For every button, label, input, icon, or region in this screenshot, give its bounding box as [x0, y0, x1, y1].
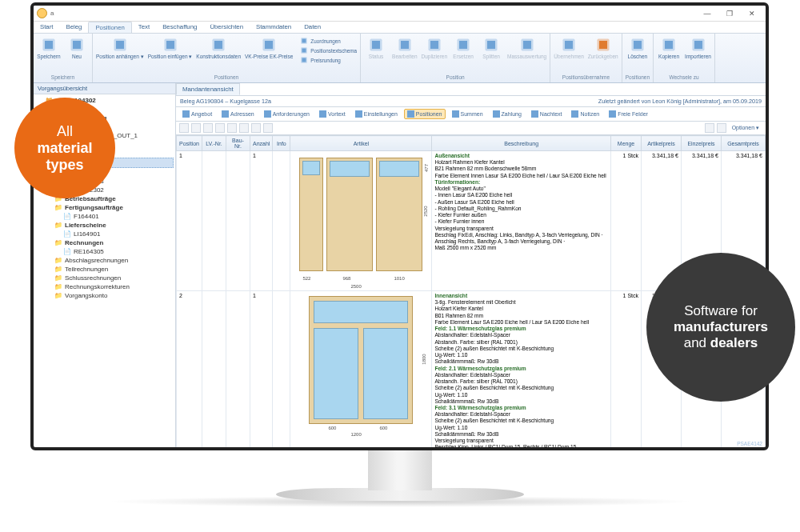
col-header[interactable]: Info — [273, 136, 290, 151]
ribbon-vk-preise[interactable]: VK-Preise EK-Preise — [245, 37, 293, 59]
section-anforderungen[interactable]: Anforderungen — [261, 109, 313, 119]
svg-rect-27 — [487, 41, 495, 49]
ribbon-kopieren[interactable]: Kopieren — [657, 37, 681, 59]
ribbon-group-label: Position — [446, 74, 465, 81]
tree-item[interactable]: RE164305 — [63, 247, 174, 256]
ribbon-ubernehmen[interactable]: Übernehmen — [554, 37, 584, 59]
tree-item[interactable]: Schlussrechnungen — [54, 274, 174, 282]
section-notizen[interactable]: Notizen — [568, 109, 602, 119]
menu-tab-daten[interactable]: Daten — [298, 22, 327, 33]
gear-icon — [355, 110, 362, 118]
col-header[interactable]: Anzahl — [250, 136, 273, 151]
svg-rect-40 — [182, 110, 190, 118]
col-header[interactable]: Artikelpreis — [642, 136, 682, 151]
menu-tab-beleg[interactable]: Beleg — [59, 22, 88, 33]
svg-rect-19 — [372, 41, 380, 49]
ribbon-massaus[interactable]: Massauswertung — [507, 37, 546, 59]
svg-rect-21 — [401, 41, 409, 49]
col-header[interactable]: Artikel — [290, 136, 432, 151]
section-einstellungen[interactable]: Einstellungen — [352, 109, 401, 119]
pos-einfugen-icon — [162, 37, 178, 53]
tree-item[interactable]: Rechnungen — [54, 238, 174, 247]
loeschen-icon — [630, 37, 646, 53]
col-header[interactable]: Beschreibung — [432, 136, 611, 151]
tree-item[interactable]: Teilrechnungen — [54, 265, 174, 274]
menu-tab-start[interactable]: Start — [34, 22, 59, 33]
ribbon-posschema[interactable]: Positionstextschema — [300, 46, 357, 55]
svg-rect-39 — [694, 41, 702, 49]
speichern-icon — [41, 37, 57, 53]
section-freie-felder[interactable]: Freie Felder — [606, 109, 651, 119]
mini-btn[interactable] — [203, 123, 213, 133]
callout-material-types: All material types — [14, 98, 115, 198]
tree-item[interactable]: Rechnungskorrekturen — [54, 282, 174, 291]
konstruktion-icon — [210, 37, 226, 53]
ribbon-zuruckgeben[interactable]: Zurückgeben — [588, 37, 618, 59]
ribbon-pos-anhangen[interactable]: Position anhängen ▾ — [96, 37, 144, 60]
ribbon-speichern[interactable]: Speichern — [37, 37, 61, 59]
col-header[interactable]: LV.-Nr. — [202, 136, 226, 151]
doc-lastchanged: Zuletzt geändert von Leon König [Adminis… — [598, 98, 762, 105]
col-header[interactable]: Position — [177, 136, 202, 151]
menu-tab-stammdaten[interactable]: Stammdaten — [250, 22, 298, 33]
section-adressen[interactable]: Adressen — [218, 109, 258, 119]
menu-tab-beschaffung[interactable]: Beschaffung — [156, 22, 203, 33]
section-summen[interactable]: Summen — [449, 109, 486, 119]
svg-rect-23 — [430, 41, 438, 49]
ribbon-zuordnungen[interactable]: Zuordnungen — [300, 37, 357, 46]
tree-item[interactable]: Lieferscheine — [54, 221, 174, 230]
svg-rect-9 — [214, 41, 222, 49]
mini-btn[interactable] — [239, 123, 249, 133]
grid-icon — [407, 110, 414, 118]
importieren-icon — [690, 37, 706, 53]
tree-item[interactable]: LI164901 — [63, 230, 174, 238]
mini-btn[interactable] — [263, 123, 273, 133]
ribbon-neu[interactable]: Neu — [65, 37, 89, 59]
tree-item[interactable]: Abschlagsrechnungen — [54, 256, 174, 265]
section-zahlung[interactable]: Zahlung — [490, 109, 525, 119]
col-header[interactable]: Einzelpreis — [682, 136, 722, 151]
col-header[interactable]: Bau-Nr. — [226, 136, 250, 151]
section-vortext[interactable]: Vortext — [316, 109, 349, 119]
ribbon-loeschen[interactable]: Löschen — [626, 37, 650, 59]
section-positionen[interactable]: Positionen — [404, 109, 446, 119]
ribbon-duplizieren[interactable]: Duplizieren — [422, 37, 448, 59]
ribbon-group-label: Speichern — [51, 74, 74, 81]
mini-btn[interactable] — [705, 123, 714, 133]
mini-btn[interactable] — [191, 123, 201, 133]
svg-rect-46 — [452, 110, 459, 118]
mini-btn[interactable] — [251, 123, 261, 133]
mini-btn[interactable] — [215, 123, 225, 133]
tree-item[interactable]: Vorgangskonto — [54, 291, 174, 300]
ribbon-ersetzen[interactable]: Ersetzen — [451, 37, 475, 59]
tree-item[interactable]: F164401 — [63, 212, 174, 221]
pos-anhangen-icon — [112, 37, 128, 53]
window-maximize[interactable]: ❐ — [719, 7, 740, 20]
mini-btn[interactable] — [717, 123, 726, 133]
ribbon-importieren[interactable]: Importieren — [685, 37, 711, 59]
mini-btn[interactable] — [227, 123, 237, 133]
window-minimize[interactable]: — — [697, 7, 718, 20]
menu-tab-positionen[interactable]: Positionen — [88, 22, 131, 33]
ribbon-pos-einfugen[interactable]: Position einfügen ▾ — [148, 37, 193, 60]
options-button[interactable]: Optionen ▾ — [729, 125, 762, 131]
col-header[interactable]: Menge — [611, 136, 642, 151]
window-close[interactable]: ✕ — [742, 7, 762, 20]
menu-tab-text[interactable]: Text — [132, 22, 156, 33]
mini-btn[interactable] — [179, 123, 189, 133]
ribbon-status[interactable]: Status — [364, 37, 388, 59]
app-title: a — [50, 10, 697, 17]
ribbon-splitten[interactable]: Splitten — [479, 37, 503, 59]
vk-preise-icon — [261, 37, 277, 53]
menu-tab-übersichten[interactable]: Übersichten — [203, 22, 250, 33]
ribbon: SpeichernNeuSpeichernPosition anhängen ▾… — [34, 34, 766, 83]
section-nachtext[interactable]: Nachtext — [528, 109, 566, 119]
ribbon-bearbeiten[interactable]: Bearbeiten — [392, 37, 417, 59]
col-header[interactable]: Gesamtpreis — [722, 136, 766, 151]
tree-item[interactable]: Fertigungsaufträge — [54, 203, 174, 212]
ribbon-preisrundung[interactable]: Preisrundung — [300, 56, 357, 65]
section-angebot[interactable]: Angebot — [179, 109, 215, 119]
ribbon-konstruktion[interactable]: Konstruktionsdaten — [196, 37, 241, 59]
svg-rect-5 — [116, 41, 124, 49]
doc-tab[interactable]: Mandantenansicht — [176, 83, 240, 95]
